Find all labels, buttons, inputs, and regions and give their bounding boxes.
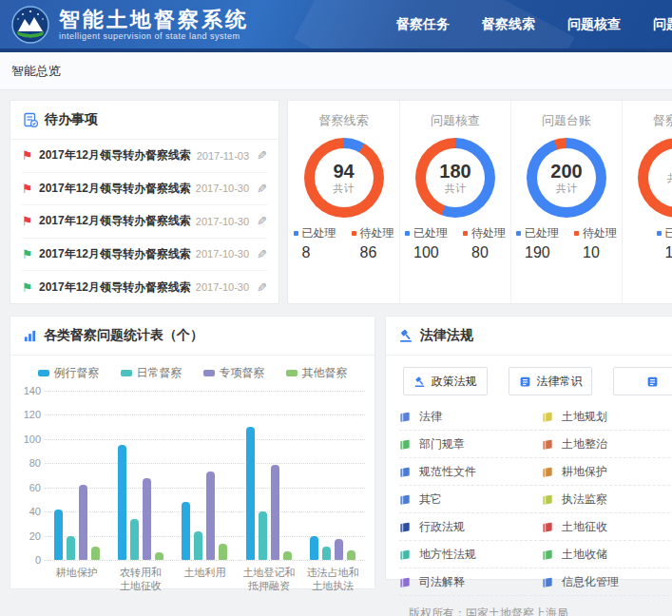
legal-link-规范性文件[interactable]: 规范性文件 (399, 458, 542, 486)
donut-legend-label: 已处理 (405, 225, 448, 241)
legal-link-label: 土地规划 (562, 409, 607, 425)
legal-link-其它[interactable]: 其它 (399, 486, 542, 513)
legal-link-label: 部门规章 (419, 436, 465, 452)
edit-icon[interactable]: ✎ (257, 148, 267, 163)
donut-legend-item: 已处理100 (405, 225, 448, 261)
legend-swatch-icon (38, 370, 49, 376)
legal-link-法律[interactable]: 法律 (399, 403, 542, 431)
legal-tab-button-1[interactable]: 政策法规 (403, 367, 488, 395)
bar-专项督察 (143, 478, 151, 560)
legal-link-土地整治[interactable]: 土地整治 (542, 431, 672, 458)
donut-legend-item: 已处理8 (294, 225, 336, 261)
legal-link-耕地保护[interactable]: 耕地保护 (542, 458, 672, 486)
legal-link-label: 地方性法规 (419, 547, 476, 563)
edit-icon[interactable]: ✎ (257, 182, 267, 196)
legal-link-司法解释[interactable]: 司法解释 (399, 568, 542, 596)
x-axis-label: 违法占地和 土地执法 (301, 566, 365, 592)
legal-link-土地规划[interactable]: 土地规划 (542, 403, 672, 431)
donut-legend-item: 已处理190 (516, 225, 559, 261)
legend-swatch-icon (286, 370, 298, 376)
todo-list-item: ⚑2017年12月领导转办督察线索2017-11-03✎ (22, 140, 267, 173)
legal-link-label: 土地收储 (562, 547, 607, 563)
donut-legend-item: 待处理10 (574, 225, 617, 261)
copyright-footer: 版权所有：国家土地督察上海局 (409, 606, 568, 616)
legend-dot-icon (463, 231, 468, 236)
legal-tab-button-3[interactable] (613, 367, 672, 395)
bar-例行督察 (246, 427, 255, 560)
todo-item-date: 2017-10-30 (196, 216, 249, 227)
edit-icon[interactable]: ✎ (257, 280, 267, 295)
bar-legend-item: 专项督察 (203, 365, 265, 381)
bar-legend-item: 日常督察 (121, 365, 182, 381)
legal-tab-label: 政策法规 (432, 374, 477, 390)
bar-legend-item: 例行督察 (38, 365, 100, 381)
donut-ring: 200共计 (527, 138, 606, 218)
legal-link-地方性法规[interactable]: 地方性法规 (399, 541, 542, 568)
todo-item-date: 2017-11-03 (197, 150, 249, 162)
bar-group (118, 445, 163, 560)
donut-title: 问题核查 (400, 112, 510, 129)
legend-swatch-icon (203, 370, 215, 376)
todo-list: ⚑2017年12月领导转办督察线索2017-11-03✎⚑2017年12月领导转… (10, 140, 278, 304)
bar-日常督察 (194, 531, 202, 561)
bar-legend-item: 其他督察 (286, 365, 348, 381)
x-axis-label: 土地利用 (173, 566, 237, 592)
bar-group (54, 485, 100, 560)
legal-tab-button-2[interactable]: 法律常识 (509, 367, 593, 395)
donut-legend-value: 86 (352, 244, 394, 261)
gridline (45, 560, 365, 561)
legal-panel-title: 法律法规 (420, 327, 473, 344)
legend-dot-icon (405, 231, 410, 236)
legal-link-行政法规[interactable]: 行政法规 (399, 513, 542, 541)
bar-专项督察 (79, 485, 87, 560)
todo-panel: 待办事项 ⚑2017年12月领导转办督察线索2017-11-03✎⚑2017年1… (10, 100, 279, 304)
donut-ring: 共计 (638, 138, 672, 218)
bar-日常督察 (67, 536, 75, 560)
donut-center: 180共计 (415, 138, 495, 218)
x-axis-labels: 耕地保护农转用和 土地征收土地利用土地登记和 抵押融资违法占地和 土地执法 (45, 560, 374, 592)
flag-icon: ⚑ (22, 182, 39, 196)
legend-dot-icon (574, 231, 579, 236)
nav-item-3[interactable]: 问题核查 (551, 16, 637, 33)
donut-legend-value: 8 (294, 244, 336, 261)
bar-专项督察 (335, 539, 343, 560)
legal-link-土地收储[interactable]: 土地收储 (542, 541, 672, 568)
donut-total-value: 94 (333, 161, 354, 182)
book-icon (399, 493, 412, 506)
bar-chart-panel: 各类督察问题统计表（个） 例行督察日常督察专项督察其他督察 0204060801… (10, 316, 375, 589)
nav-item-1[interactable]: 督察任务 (380, 16, 466, 33)
book-icon (399, 576, 412, 588)
legal-tab-label: 法律常识 (537, 374, 583, 390)
todo-list-item: ⚑2017年12月领导转办督察线索2017-10-30✎ (22, 239, 267, 272)
todo-list-item: ⚑2017年12月领导转办督察线索2017-10-30✎ (22, 205, 267, 239)
y-tick-label: 80 (29, 457, 41, 469)
app-logo-icon (11, 6, 49, 44)
todo-item-date: 2017-10-30 (196, 183, 249, 194)
nav-item-4[interactable]: 问题台账 (637, 16, 672, 33)
bar-chart-icon (23, 329, 37, 343)
donut-center: 共计 (638, 138, 672, 218)
legal-link-label: 司法解释 (419, 574, 465, 590)
legal-link-信息化管理[interactable]: 信息化管理 (542, 568, 672, 596)
todo-list-item: ⚑2017年12月领导转办督察线索2017-10-30✎ (22, 271, 267, 304)
todo-item-date: 2017-10-30 (196, 281, 249, 293)
legend-dot-icon (352, 231, 356, 236)
x-axis-label: 耕地保护 (45, 566, 108, 592)
edit-icon[interactable]: ✎ (257, 214, 267, 228)
donut-legend-value: 100 (405, 244, 448, 261)
donut-legend-label: 已处理 (516, 225, 559, 241)
bar-group (246, 427, 292, 560)
app-title: 智能土地督察系统 (59, 9, 249, 31)
legal-link-部门规章[interactable]: 部门规章 (399, 431, 542, 458)
y-tick-label: 140 (24, 385, 41, 396)
edit-icon[interactable]: ✎ (257, 247, 267, 261)
legal-link-土地征收[interactable]: 土地征收 (542, 513, 672, 541)
donut-legend-value: 175 (657, 244, 672, 261)
legend-dot-icon (516, 231, 521, 236)
todo-item-text: 2017年12月领导转办督察线索 (39, 213, 196, 229)
legal-link-执法监察[interactable]: 执法监察 (542, 486, 672, 513)
book-icon (399, 549, 412, 561)
nav-item-2[interactable]: 督察线索 (466, 16, 551, 33)
legend-dot-icon (294, 231, 298, 236)
donut-legend: 已处理8待处理86 (288, 225, 399, 261)
